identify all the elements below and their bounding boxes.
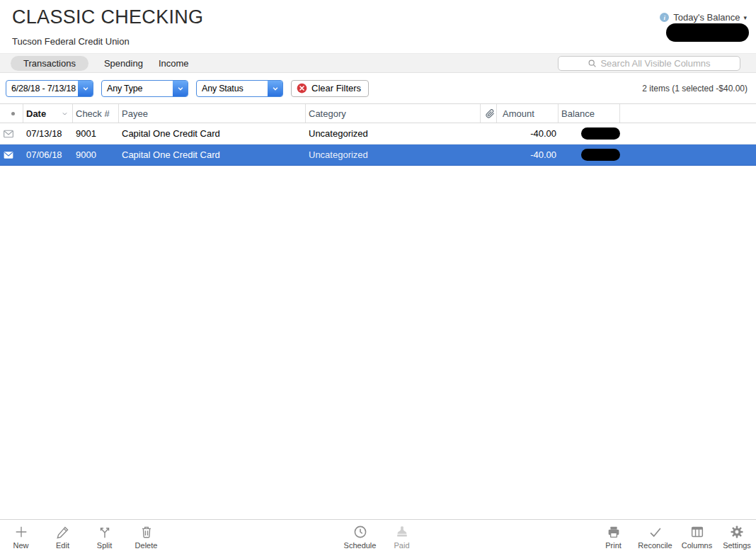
delete-button[interactable]: Delete (125, 520, 167, 556)
chevron-down-icon (268, 81, 282, 96)
cell-date: 07/06/18 (23, 149, 73, 160)
clear-filters-icon (297, 83, 307, 93)
chevron-down-icon: ▾ (743, 14, 747, 21)
filter-row: 6/28/18 - 7/13/18 Any Type Any Status Cl… (0, 73, 756, 103)
envelope-icon (0, 150, 23, 160)
column-header-date[interactable]: Date (23, 104, 73, 123)
table-empty-area (0, 166, 756, 519)
print-button[interactable]: Print (592, 520, 634, 556)
todays-balance-selector[interactable]: i Today's Balance ▾ (660, 12, 747, 23)
account-header: CLASSIC CHECKING Tucson Federal Credit U… (0, 0, 756, 53)
bottom-toolbar: New Edit Split Delete (0, 519, 756, 556)
columns-icon (689, 524, 705, 540)
pencil-icon (55, 524, 71, 540)
cell-amount: -40.00 (497, 128, 559, 139)
trash-icon (139, 524, 154, 540)
split-button[interactable]: Split (84, 520, 125, 556)
transaction-row[interactable]: 07/13/18 9001 Capital One Credit Card Un… (0, 123, 756, 144)
table-header-row: Date Check # Payee Category Amount Balan… (0, 103, 756, 123)
tab-transactions[interactable]: Transactions (11, 56, 88, 71)
paid-button[interactable]: Paid (381, 520, 423, 556)
cell-category: Uncategorized (306, 149, 481, 160)
cell-payee: Capital One Credit Card (119, 149, 306, 160)
date-range-value: 6/28/18 - 7/13/18 (6, 81, 78, 96)
items-summary: 2 items (1 selected -$40.00) (642, 84, 748, 93)
transactions-table: Date Check # Payee Category Amount Balan… (0, 103, 756, 519)
search-placeholder: Search All Visible Columns (600, 58, 710, 69)
sort-chevron-icon (62, 110, 68, 117)
balance-label: Today's Balance (673, 12, 740, 23)
column-header-payee[interactable]: Payee (119, 104, 306, 123)
status-filter-value: Any Status (197, 81, 268, 96)
schedule-button[interactable]: Schedule (339, 520, 381, 556)
columns-button[interactable]: Columns (676, 520, 718, 556)
tab-spending[interactable]: Spending (104, 56, 143, 71)
cell-check: 9001 (73, 128, 119, 139)
reconcile-button[interactable]: Reconcile (634, 520, 676, 556)
column-header-filler (620, 104, 756, 123)
column-header-category[interactable]: Category (306, 104, 481, 123)
column-header-check[interactable]: Check # (73, 104, 119, 123)
cell-check: 9000 (73, 149, 119, 160)
paperclip-icon (486, 109, 495, 118)
clear-filters-button[interactable]: Clear Filters (291, 80, 369, 97)
column-header-balance[interactable]: Balance (559, 104, 620, 123)
cell-payee: Capital One Credit Card (119, 128, 306, 139)
envelope-icon (0, 129, 23, 139)
type-filter-value: Any Type (102, 81, 173, 96)
search-icon (588, 59, 597, 68)
split-arrows-icon (97, 524, 113, 540)
stamp-icon (394, 524, 410, 540)
cell-balance (559, 127, 620, 140)
search-input[interactable]: Search All Visible Columns (558, 56, 740, 71)
account-institution: Tucson Federal Credit Union (12, 36, 130, 47)
new-button[interactable]: New (0, 520, 42, 556)
settings-button[interactable]: Settings (718, 520, 756, 556)
printer-icon (606, 524, 622, 540)
page-title: CLASSIC CHECKING (12, 6, 203, 28)
clock-icon (353, 524, 368, 540)
chevron-down-icon (78, 81, 93, 96)
view-tabbar: Transactions Spending Income Search All … (0, 53, 756, 73)
status-filter-select[interactable]: Any Status (196, 80, 283, 97)
cell-category: Uncategorized (306, 128, 481, 139)
chevron-down-icon (173, 81, 188, 96)
column-header-amount[interactable]: Amount (497, 104, 559, 123)
column-header-status[interactable] (0, 104, 23, 123)
date-range-select[interactable]: 6/28/18 - 7/13/18 (6, 80, 93, 97)
balance-redacted (581, 149, 620, 161)
dot-icon (11, 112, 15, 115)
cell-balance (559, 149, 620, 161)
type-filter-select[interactable]: Any Type (101, 80, 188, 97)
balance-redacted (581, 127, 620, 140)
balance-value-redacted (666, 23, 749, 42)
tab-income[interactable]: Income (159, 56, 189, 71)
cell-amount: -40.00 (497, 149, 559, 160)
edit-button[interactable]: Edit (42, 520, 84, 556)
info-icon: i (660, 13, 669, 22)
plus-icon (13, 524, 29, 540)
cell-date: 07/13/18 (23, 128, 73, 139)
gear-icon (729, 524, 745, 540)
transaction-row-selected[interactable]: 07/06/18 9000 Capital One Credit Card Un… (0, 144, 756, 166)
column-header-attachment[interactable] (481, 104, 497, 123)
account-register-window: CLASSIC CHECKING Tucson Federal Credit U… (0, 0, 756, 556)
checkmark-icon (648, 524, 663, 540)
clear-filters-label: Clear Filters (311, 83, 361, 93)
